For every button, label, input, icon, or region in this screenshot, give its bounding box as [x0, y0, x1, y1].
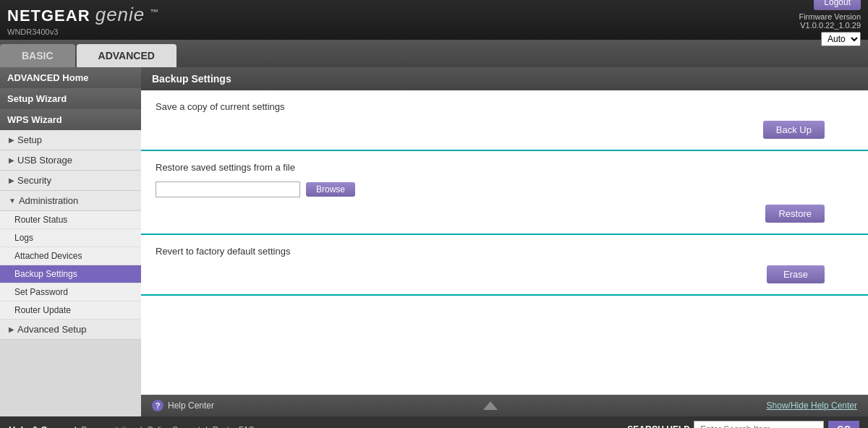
sidebar-sub-logs[interactable]: Logs: [0, 229, 141, 247]
browse-button[interactable]: Browse: [306, 182, 355, 197]
restore-action: Restore: [156, 205, 854, 223]
sidebar-sub-router-status[interactable]: Router Status: [0, 211, 141, 229]
save-copy-title: Save a copy of current settings: [156, 101, 854, 112]
language-select[interactable]: Auto: [821, 32, 861, 46]
sidebar-item-setup[interactable]: Setup: [0, 130, 141, 150]
firmware-info: Firmware Version V1.0.0.22_1.0.29: [799, 12, 861, 30]
logo: NETGEAR genie ™: [7, 4, 159, 26]
logo-area: NETGEAR genie ™ WNDR3400v3: [7, 4, 159, 36]
content-area: Backup Settings Save a copy of current s…: [141, 67, 868, 416]
logout-button[interactable]: Logout: [814, 0, 861, 10]
sidebar-sub-router-update[interactable]: Router Update: [0, 301, 141, 320]
sidebar: ADVANCED Home Setup Wizard WPS Wizard Se…: [0, 67, 141, 416]
page-title: Backup Settings: [141, 67, 868, 90]
help-bar-center: [214, 401, 767, 410]
sidebar-item-security[interactable]: Security: [0, 171, 141, 191]
footer-right: SEARCH HELP GO: [627, 421, 859, 428]
faq-link[interactable]: Router FAQ: [213, 425, 255, 428]
help-arrow-icon: [483, 401, 498, 410]
sidebar-item-administration[interactable]: Administration: [0, 191, 141, 211]
sidebar-item-advanced-setup[interactable]: Advanced Setup: [0, 320, 141, 340]
restore-title: Restore saved settings from a file: [156, 162, 854, 173]
sidebar-item-setup-wizard[interactable]: Setup Wizard: [0, 88, 141, 109]
footer-left: Help & Support Documentation | Online Su…: [9, 424, 255, 429]
content-body: Save a copy of current settings Back Up …: [141, 90, 868, 395]
search-input[interactable]: [694, 421, 824, 428]
help-icon: ?: [152, 400, 163, 411]
sidebar-item-advanced-home[interactable]: ADVANCED Home: [0, 67, 141, 88]
sidebar-sub-backup-settings[interactable]: Backup Settings: [0, 265, 141, 283]
product-name: genie: [95, 4, 145, 25]
erase-title: Revert to factory default settings: [156, 246, 854, 257]
tab-advanced[interactable]: ADVANCED: [77, 44, 176, 67]
help-center-label-area: ? Help Center: [152, 400, 214, 411]
header-right: Logout Firmware Version V1.0.0.22_1.0.29…: [799, 0, 861, 46]
online-support-link[interactable]: Online Support: [148, 425, 200, 428]
erase-button[interactable]: Erase: [767, 265, 825, 283]
link-separator-1: |: [140, 425, 145, 428]
sidebar-sub-set-password[interactable]: Set Password: [0, 283, 141, 301]
sidebar-sub-attached-devices[interactable]: Attached Devices: [0, 247, 141, 265]
device-name: WNDR3400v3: [7, 27, 159, 36]
firmware-label: Firmware Version: [799, 12, 861, 21]
tab-basic[interactable]: BASIC: [0, 44, 75, 67]
browse-row: Browse: [156, 181, 854, 197]
main-layout: ADVANCED Home Setup Wizard WPS Wizard Se…: [0, 67, 868, 416]
trademark: ™: [150, 7, 159, 17]
restore-section: Restore saved settings from a file Brows…: [141, 151, 868, 235]
brand-name: NETGEAR: [7, 7, 90, 25]
erase-action: Erase: [156, 265, 854, 283]
restore-button[interactable]: Restore: [765, 205, 825, 223]
search-help-label: SEARCH HELP: [627, 424, 689, 428]
tab-bar: BASIC ADVANCED: [0, 40, 868, 67]
file-path-input[interactable]: [156, 181, 300, 197]
documentation-link[interactable]: Documentation: [82, 425, 135, 428]
link-separator-2: |: [205, 425, 210, 428]
app-header: NETGEAR genie ™ WNDR3400v3 Logout Firmwa…: [0, 0, 868, 40]
sidebar-item-usb-storage[interactable]: USB Storage: [0, 150, 141, 171]
backup-button[interactable]: Back Up: [763, 121, 825, 139]
save-copy-section: Save a copy of current settings Back Up: [141, 90, 868, 151]
footer: Help & Support Documentation | Online Su…: [0, 416, 868, 428]
footer-links: Documentation | Online Support | Router …: [82, 425, 255, 428]
firmware-version: V1.0.0.22_1.0.29: [799, 21, 861, 30]
sidebar-item-wps-wizard[interactable]: WPS Wizard: [0, 109, 141, 130]
help-bar: ? Help Center Show/Hide Help Center: [141, 395, 868, 416]
help-support-label: Help & Support: [9, 424, 77, 429]
erase-section: Revert to factory default settings Erase: [141, 235, 868, 296]
help-center-label: Help Center: [168, 401, 214, 411]
save-copy-action: Back Up: [156, 121, 854, 139]
go-button[interactable]: GO: [828, 421, 859, 428]
show-hide-help-link[interactable]: Show/Hide Help Center: [767, 401, 857, 411]
